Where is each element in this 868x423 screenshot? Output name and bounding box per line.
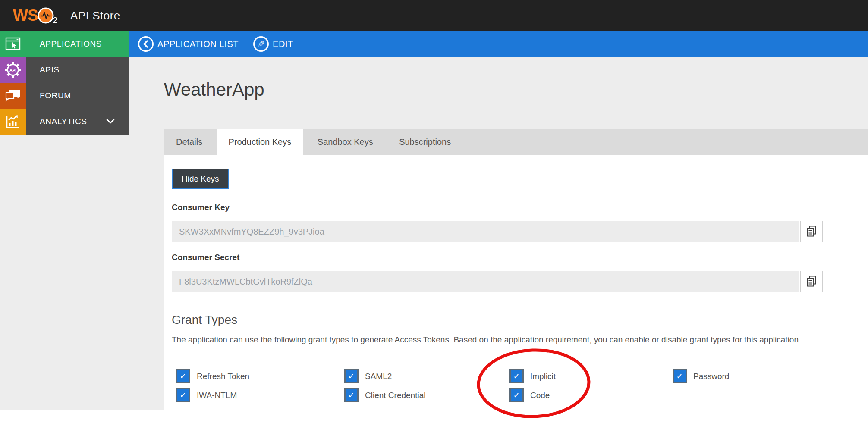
grant-option-label: SAML2 [365,372,392,381]
grant-option-implicit: ✓ Implicit [509,369,556,383]
grant-option-label: Implicit [530,372,556,381]
wso2-logo[interactable]: WS 2 [13,0,57,31]
action-bar: APPLICATION LIST ✎ EDIT [129,31,868,57]
sidebar-item-forum[interactable]: FORUM [0,83,129,109]
edit-button[interactable]: ✎ EDIT [253,31,293,57]
grant-option-refresh-token: ✓ Refresh Token [176,369,249,383]
sidebar-item-label: APIS [40,65,60,75]
grant-option-label: Refresh Token [197,372,249,381]
check-icon: ✓ [180,391,187,399]
password-checkbox[interactable]: ✓ [673,369,687,383]
grant-option-password: ✓ Password [673,369,729,383]
copy-consumer-secret-button[interactable] [800,271,823,292]
iwa-ntlm-checkbox[interactable]: ✓ [176,388,190,402]
grant-option-label: Client Credential [365,391,425,400]
hide-keys-button[interactable]: Hide Keys [172,169,229,189]
tab-subscriptions[interactable]: Subscriptions [387,129,463,155]
api-store-screen: WS 2 API Store APPLICATION LIST ✎ EDIT [0,0,868,423]
grant-option-label: Password [693,372,729,381]
refresh-token-checkbox[interactable]: ✓ [176,369,190,383]
grant-option-saml2: ✓ SAML2 [344,369,392,383]
check-icon: ✓ [180,372,187,380]
chat-bubbles-icon [0,83,26,109]
tab-bar: Details Production Keys Sandbox Keys Sub… [164,129,868,155]
grant-types-description: The application can use the following gr… [172,333,802,346]
consumer-secret-label: Consumer Secret [172,253,239,262]
grant-option-label: Code [530,391,550,400]
consumer-key-label: Consumer Key [172,203,230,212]
back-circle-icon [138,36,154,52]
api-gear-icon: API [0,57,26,83]
check-icon: ✓ [348,391,355,399]
svg-text:API: API [9,68,16,72]
bar-chart-icon [0,109,26,135]
portal-title: API Store [70,0,120,31]
copy-consumer-key-button[interactable] [800,221,823,242]
tab-production-keys[interactable]: Production Keys [217,129,304,155]
sidebar-item-label: FORUM [40,91,71,100]
copy-icon [806,225,817,238]
check-icon: ✓ [513,372,520,380]
edit-pencil-icon: ✎ [253,36,269,52]
client-credential-checkbox[interactable]: ✓ [344,388,359,402]
application-list-label: APPLICATION LIST [157,39,239,49]
check-icon: ✓ [348,372,355,380]
grant-types-heading: Grant Types [172,313,237,327]
saml2-checkbox[interactable]: ✓ [344,369,359,383]
copy-icon [806,275,817,288]
grant-option-label: IWA-NTLM [197,391,237,400]
tab-sandbox-keys[interactable]: Sandbox Keys [305,129,385,155]
wso2-logo-text: WS [13,6,38,25]
check-icon: ✓ [513,391,520,399]
grant-option-code: ✓ Code [509,388,550,402]
code-checkbox[interactable]: ✓ [509,388,524,402]
tab-details[interactable]: Details [164,129,214,155]
consumer-key-input[interactable] [172,221,799,242]
edit-label: EDIT [273,39,293,49]
chevron-down-icon[interactable] [106,118,115,126]
consumer-secret-input[interactable] [172,271,799,292]
sidebar-item-analytics[interactable]: ANALYTICS [0,109,129,135]
sidebar-item-apis[interactable]: API APIS [0,57,129,83]
grant-option-iwa-ntlm: ✓ IWA-NTLM [176,388,237,402]
implicit-checkbox[interactable]: ✓ [509,369,524,383]
sidebar-item-label: ANALYTICS [40,117,87,126]
sidebar-item-label: APPLICATIONS [40,39,102,49]
wso2-pulse-icon [37,7,54,24]
sidebar-item-applications[interactable]: APPLICATIONS [0,31,129,57]
page-title: WeatherApp [164,79,264,100]
window-cursor-icon [0,31,26,57]
application-list-button[interactable]: APPLICATION LIST [138,31,239,57]
wso2-logo-sub: 2 [53,16,58,25]
check-icon: ✓ [676,372,683,380]
grant-option-client-credential: ✓ Client Credential [344,388,425,402]
top-bar: WS 2 API Store [0,0,868,31]
